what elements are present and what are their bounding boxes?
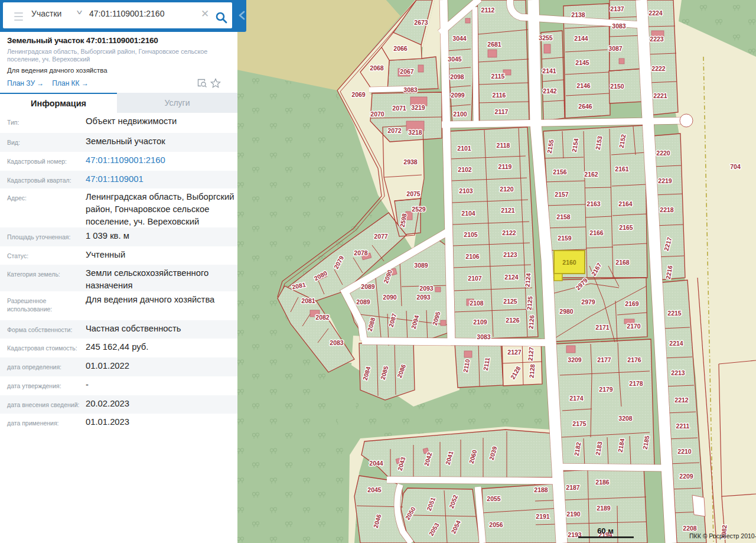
svg-text:3087: 3087 bbox=[608, 45, 623, 52]
svg-text:2208: 2208 bbox=[683, 525, 697, 532]
svg-text:2103: 2103 bbox=[459, 187, 473, 194]
svg-text:2141: 2141 bbox=[542, 67, 556, 74]
svg-text:3083: 3083 bbox=[612, 22, 626, 30]
svg-text:2979: 2979 bbox=[581, 298, 595, 305]
svg-text:2127: 2127 bbox=[527, 347, 535, 361]
svg-text:704: 704 bbox=[730, 163, 741, 170]
svg-text:2075: 2075 bbox=[406, 190, 421, 197]
svg-text:2056: 2056 bbox=[489, 521, 503, 528]
svg-text:3044: 3044 bbox=[452, 35, 467, 42]
svg-text:2081: 2081 bbox=[301, 297, 315, 304]
svg-text:2045: 2045 bbox=[367, 486, 382, 493]
svg-text:2044: 2044 bbox=[369, 460, 383, 467]
svg-text:2191: 2191 bbox=[536, 513, 550, 520]
svg-text:2126: 2126 bbox=[506, 317, 520, 324]
svg-text:2146: 2146 bbox=[576, 82, 591, 89]
svg-text:2219: 2219 bbox=[658, 177, 672, 184]
svg-text:2120: 2120 bbox=[500, 186, 514, 193]
svg-text:2055: 2055 bbox=[487, 495, 501, 502]
svg-text:3083: 3083 bbox=[403, 86, 418, 93]
svg-text:2145: 2145 bbox=[575, 59, 589, 66]
svg-text:2123: 2123 bbox=[503, 251, 517, 258]
svg-text:3219: 3219 bbox=[411, 104, 425, 111]
svg-text:2210: 2210 bbox=[677, 448, 692, 455]
svg-text:2681: 2681 bbox=[487, 41, 501, 48]
svg-text:2126: 2126 bbox=[527, 315, 536, 329]
svg-text:2101: 2101 bbox=[457, 145, 471, 152]
svg-text:2093: 2093 bbox=[419, 285, 434, 292]
svg-text:2115: 2115 bbox=[491, 73, 505, 80]
svg-text:2066: 2066 bbox=[393, 45, 408, 52]
svg-text:2156: 2156 bbox=[553, 168, 567, 175]
svg-text:2102: 2102 bbox=[458, 166, 472, 173]
svg-text:2072: 2072 bbox=[387, 127, 402, 134]
svg-text:2107: 2107 bbox=[468, 275, 482, 282]
svg-text:2090: 2090 bbox=[383, 294, 397, 301]
svg-text:2176: 2176 bbox=[627, 356, 641, 363]
svg-text:2142: 2142 bbox=[543, 87, 557, 95]
svg-text:2108: 2108 bbox=[470, 300, 484, 307]
svg-text:2150: 2150 bbox=[610, 83, 624, 90]
svg-text:2170: 2170 bbox=[627, 323, 641, 330]
svg-text:3089: 3089 bbox=[414, 262, 428, 269]
svg-text:2186: 2186 bbox=[595, 479, 610, 486]
svg-text:2222: 2222 bbox=[651, 65, 666, 72]
svg-text:2082: 2082 bbox=[315, 314, 330, 321]
svg-text:2164: 2164 bbox=[618, 200, 633, 207]
svg-text:2159: 2159 bbox=[558, 235, 572, 242]
svg-text:2189: 2189 bbox=[597, 505, 611, 512]
svg-text:2212: 2212 bbox=[674, 396, 689, 404]
svg-text:2124: 2124 bbox=[504, 274, 519, 281]
svg-text:2190: 2190 bbox=[566, 511, 581, 518]
svg-text:2158: 2158 bbox=[556, 213, 571, 220]
svg-text:2122: 2122 bbox=[502, 229, 516, 236]
svg-text:2174: 2174 bbox=[569, 395, 584, 402]
svg-text:2089: 2089 bbox=[356, 298, 370, 305]
svg-text:2157: 2157 bbox=[555, 191, 569, 198]
svg-text:2105: 2105 bbox=[464, 231, 478, 238]
svg-text:2171: 2171 bbox=[595, 324, 610, 331]
svg-text:2160: 2160 bbox=[562, 259, 576, 266]
svg-text:2109: 2109 bbox=[473, 318, 487, 326]
svg-text:2673: 2673 bbox=[414, 19, 428, 26]
svg-text:2067: 2067 bbox=[400, 68, 414, 75]
svg-text:2068: 2068 bbox=[370, 64, 384, 71]
svg-text:2116: 2116 bbox=[493, 92, 506, 99]
svg-text:2127: 2127 bbox=[507, 349, 522, 356]
svg-text:2169: 2169 bbox=[625, 300, 639, 307]
svg-text:3045: 3045 bbox=[448, 56, 462, 63]
svg-text:2178: 2178 bbox=[629, 380, 643, 387]
svg-text:2163: 2163 bbox=[586, 200, 601, 207]
svg-text:2161: 2161 bbox=[615, 165, 629, 173]
svg-text:2083: 2083 bbox=[330, 339, 344, 346]
svg-text:2070: 2070 bbox=[370, 110, 384, 118]
svg-text:2117: 2117 bbox=[495, 108, 509, 115]
svg-text:2209: 2209 bbox=[679, 473, 693, 480]
svg-text:2165: 2165 bbox=[619, 224, 633, 231]
svg-text:2179: 2179 bbox=[599, 386, 613, 393]
svg-text:2125: 2125 bbox=[526, 296, 534, 310]
svg-text:2166: 2166 bbox=[589, 229, 604, 236]
svg-text:2529: 2529 bbox=[412, 206, 426, 213]
svg-text:2093: 2093 bbox=[416, 294, 431, 301]
svg-text:60 м: 60 м bbox=[597, 526, 614, 535]
svg-text:2980: 2980 bbox=[559, 308, 573, 315]
svg-text:2137: 2137 bbox=[610, 5, 624, 12]
svg-text:2646: 2646 bbox=[578, 103, 592, 110]
svg-text:2220: 2220 bbox=[656, 149, 670, 157]
svg-text:2078: 2078 bbox=[354, 249, 368, 256]
svg-text:2106: 2106 bbox=[465, 253, 480, 260]
svg-text:3083: 3083 bbox=[477, 333, 491, 340]
svg-text:2077: 2077 bbox=[374, 233, 388, 240]
svg-text:2138: 2138 bbox=[571, 11, 585, 18]
svg-text:2089: 2089 bbox=[361, 283, 375, 290]
svg-text:2188: 2188 bbox=[534, 486, 548, 493]
svg-text:2218: 2218 bbox=[660, 206, 674, 213]
svg-text:2938: 2938 bbox=[403, 158, 418, 165]
svg-text:2213: 2213 bbox=[671, 369, 685, 376]
svg-text:2099: 2099 bbox=[451, 92, 465, 99]
svg-text:3209: 3209 bbox=[568, 356, 582, 363]
svg-text:2223: 2223 bbox=[650, 35, 664, 43]
svg-text:2211: 2211 bbox=[676, 422, 690, 430]
svg-text:2177: 2177 bbox=[597, 356, 611, 363]
